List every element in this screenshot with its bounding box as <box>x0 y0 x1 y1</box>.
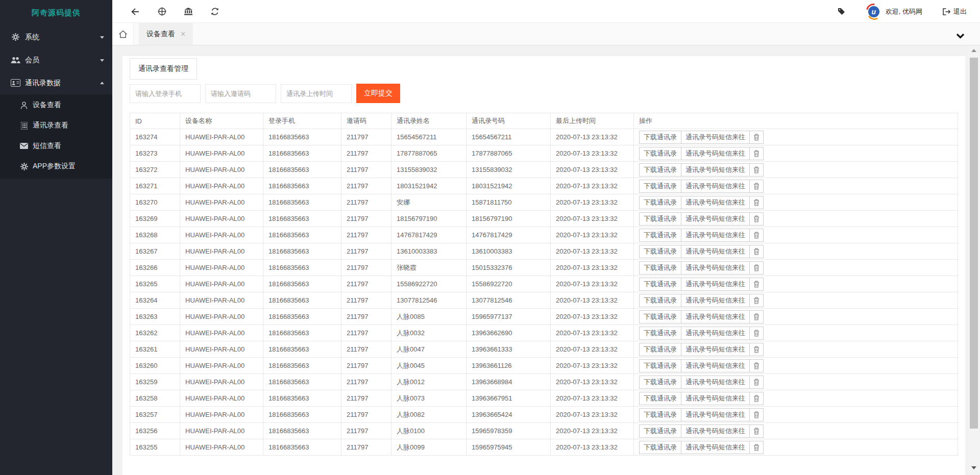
sms-history-button[interactable]: 通讯录号码短信来往 <box>681 212 750 226</box>
download-contacts-button[interactable]: 下载通讯录 <box>639 131 681 144</box>
delete-row-button[interactable] <box>749 310 764 323</box>
cell-contact-name: 13077812546 <box>391 292 467 309</box>
sms-history-button[interactable]: 通讯录号码短信来往 <box>681 343 750 356</box>
delete-row-button[interactable] <box>749 327 764 340</box>
delete-row-button[interactable] <box>749 441 764 454</box>
download-contacts-button[interactable]: 下载通讯录 <box>639 327 681 340</box>
sidebar-item-contacts-view[interactable]: 通讯录查看 <box>0 115 112 136</box>
download-contacts-button[interactable]: 下载通讯录 <box>639 163 681 177</box>
login-phone-input[interactable] <box>130 84 201 103</box>
back-icon[interactable] <box>122 0 149 23</box>
sms-history-button[interactable]: 通讯录号码短信来往 <box>681 229 750 242</box>
download-contacts-button[interactable]: 下载通讯录 <box>639 294 681 307</box>
invite-code-input[interactable] <box>205 84 276 103</box>
sms-history-button[interactable]: 通讯录号码短信来往 <box>681 424 750 438</box>
download-contacts-button[interactable]: 下载通讯录 <box>639 278 681 291</box>
refresh-icon[interactable] <box>202 0 228 23</box>
table-row: 163258 HUAWEI-PAR-AL00 18166835663 21179… <box>130 390 958 407</box>
download-contacts-button[interactable]: 下载通讯录 <box>639 359 681 372</box>
download-contacts-button[interactable]: 下载通讯录 <box>639 196 681 209</box>
download-contacts-button[interactable]: 下载通讯录 <box>639 343 681 356</box>
sms-history-button[interactable]: 通讯录号码短信来往 <box>681 392 750 405</box>
sms-history-button[interactable]: 通讯录号码短信来往 <box>681 245 750 258</box>
trash-icon <box>753 150 760 157</box>
cell-last-upload-time: 2020-07-13 23:13:32 <box>551 276 634 292</box>
cell-contact-number: 15586922720 <box>467 276 551 292</box>
sms-history-button[interactable]: 通讯录号码短信来往 <box>681 359 750 372</box>
delete-row-button[interactable] <box>749 359 764 372</box>
tag-icon[interactable] <box>838 8 845 15</box>
sms-history-button[interactable]: 通讯录号码短信来往 <box>681 131 750 144</box>
delete-row-button[interactable] <box>749 196 764 209</box>
delete-row-button[interactable] <box>749 343 764 356</box>
table-row: 163266 HUAWEI-PAR-AL00 18166835663 21179… <box>130 260 958 276</box>
sms-history-button[interactable]: 通讯录号码短信来往 <box>681 310 750 323</box>
cell-last-upload-time: 2020-07-13 23:13:32 <box>551 227 634 243</box>
close-icon[interactable]: × <box>181 30 185 38</box>
cell-actions: 下载通讯录 通讯录号码短信来往 <box>634 145 958 162</box>
download-contacts-button[interactable]: 下载通讯录 <box>639 408 681 421</box>
download-contacts-button[interactable]: 下载通讯录 <box>639 147 681 160</box>
delete-row-button[interactable] <box>749 424 764 438</box>
delete-row-button[interactable] <box>749 376 764 389</box>
vertical-scrollbar[interactable] <box>968 45 980 475</box>
download-contacts-button[interactable]: 下载通讯录 <box>639 245 681 258</box>
sms-history-button[interactable]: 通讯录号码短信来往 <box>681 278 750 291</box>
sms-history-button[interactable]: 通讯录号码短信来往 <box>681 294 750 307</box>
delete-row-button[interactable] <box>749 229 764 242</box>
tab-device-view[interactable]: 设备查看 × <box>139 23 193 45</box>
download-contacts-button[interactable]: 下载通讯录 <box>639 392 681 405</box>
sms-history-button[interactable]: 通讯录号码短信来往 <box>681 441 750 454</box>
download-contacts-button[interactable]: 下载通讯录 <box>639 424 681 438</box>
delete-row-button[interactable] <box>749 261 764 274</box>
cell-id: 163272 <box>130 162 180 178</box>
sms-history-button[interactable]: 通讯录号码短信来往 <box>681 163 750 177</box>
download-contacts-button[interactable]: 下载通讯录 <box>639 310 681 323</box>
cell-invite-code: 211797 <box>341 358 391 374</box>
delete-row-button[interactable] <box>749 278 764 291</box>
cell-actions: 下载通讯录 通讯录号码短信来往 <box>634 439 958 456</box>
download-contacts-button[interactable]: 下载通讯录 <box>639 441 681 454</box>
cell-contact-number: 18031521942 <box>467 178 551 194</box>
delete-row-button[interactable] <box>749 147 764 160</box>
download-contacts-button[interactable]: 下载通讯录 <box>639 229 681 242</box>
sidebar-item-sms-view[interactable]: 短信查看 <box>0 136 112 156</box>
sidebar-item-system[interactable]: 系统 <box>0 26 112 48</box>
upload-time-input[interactable] <box>281 84 352 103</box>
delete-row-button[interactable] <box>749 392 764 405</box>
sidebar-item-members[interactable]: 会员 <box>0 48 112 71</box>
scroll-up-arrow[interactable] <box>968 45 980 56</box>
download-contacts-button[interactable]: 下载通讯录 <box>639 180 681 193</box>
download-contacts-button[interactable]: 下载通讯录 <box>639 261 681 274</box>
tab-list-chevron-down-icon[interactable] <box>956 32 965 41</box>
download-contacts-button[interactable]: 下载通讯录 <box>639 376 681 389</box>
delete-row-button[interactable] <box>749 131 764 144</box>
sms-history-button[interactable]: 通讯录号码短信来往 <box>681 376 750 389</box>
logout-button[interactable]: 退出 <box>943 7 967 16</box>
scrollbar-thumb[interactable] <box>970 58 978 429</box>
delete-row-button[interactable] <box>749 212 764 226</box>
sidebar-item-app-settings[interactable]: APP参数设置 <box>0 156 112 177</box>
download-contacts-button[interactable]: 下载通讯录 <box>639 212 681 226</box>
cell-actions: 下载通讯录 通讯录号码短信来往 <box>634 194 958 211</box>
bank-icon[interactable] <box>175 0 202 23</box>
sms-history-button[interactable]: 通讯录号码短信来往 <box>681 147 750 160</box>
delete-row-button[interactable] <box>749 163 764 177</box>
delete-row-button[interactable] <box>749 408 764 421</box>
sidebar-item-device-view[interactable]: 设备查看 <box>0 95 112 115</box>
home-tab-button[interactable] <box>112 23 134 45</box>
sms-history-button[interactable]: 通讯录号码短信来往 <box>681 327 750 340</box>
cell-device-name: HUAWEI-PAR-AL00 <box>180 227 263 243</box>
sidebar-item-contacts-data[interactable]: 通讯录数据 <box>0 71 112 94</box>
delete-row-button[interactable] <box>749 180 764 193</box>
delete-row-button[interactable] <box>749 294 764 307</box>
sms-history-button[interactable]: 通讯录号码短信来往 <box>681 261 750 274</box>
sms-history-button[interactable]: 通讯录号码短信来往 <box>681 408 750 421</box>
sms-history-button[interactable]: 通讯录号码短信来往 <box>681 180 750 193</box>
submit-button[interactable]: 立即提交 <box>356 84 400 103</box>
scroll-down-arrow[interactable] <box>968 463 980 473</box>
table-row: 163257 HUAWEI-PAR-AL00 18166835663 21179… <box>130 407 958 423</box>
globe-icon[interactable] <box>149 0 175 23</box>
delete-row-button[interactable] <box>749 245 764 258</box>
sms-history-button[interactable]: 通讯录号码短信来往 <box>681 196 750 209</box>
